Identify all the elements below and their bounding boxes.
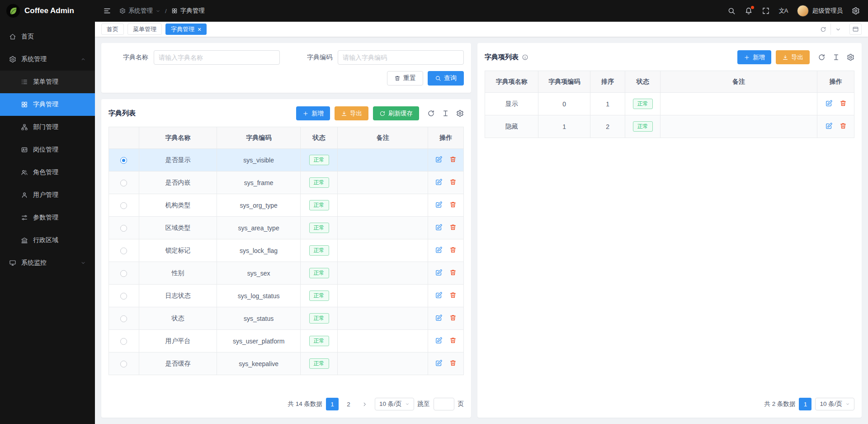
delete-icon[interactable] [449, 269, 457, 276]
row-radio[interactable] [120, 225, 127, 232]
remark-cell [338, 194, 428, 217]
table-row[interactable]: 性别 sys_sex 正常 [109, 262, 464, 285]
sidebar-item-param-mgmt[interactable]: 参数管理 [0, 206, 95, 229]
table-row[interactable]: 区域类型 sys_area_type 正常 [109, 217, 464, 239]
export-item-button[interactable]: 导出 [776, 50, 810, 64]
table-row[interactable]: 是否显示 sys_visible 正常 [109, 149, 464, 172]
add-item-button[interactable]: 新增 [737, 50, 771, 64]
status-badge: 正常 [309, 313, 329, 324]
sidebar-item-region-mgmt[interactable]: 行政区域 [0, 229, 95, 252]
row-radio[interactable] [120, 202, 127, 209]
info-icon[interactable] [522, 54, 528, 61]
breadcrumb-dict[interactable]: 字典管理 [171, 7, 205, 15]
page-size-select[interactable]: 10 条/页 [375, 398, 414, 410]
row-radio[interactable] [120, 315, 127, 322]
page-1-button[interactable]: 1 [326, 398, 339, 410]
row-radio[interactable] [120, 270, 127, 277]
refresh-cache-button[interactable]: 刷新缓存 [373, 106, 419, 120]
edit-icon[interactable] [435, 314, 443, 322]
dict-name-input[interactable] [154, 50, 280, 65]
page-size-select[interactable]: 10 条/页 [815, 398, 854, 410]
page-2-button[interactable]: 2 [342, 398, 355, 410]
table-row[interactable]: 是否内嵌 sys_frame 正常 [109, 172, 464, 194]
row-height-icon[interactable] [832, 53, 840, 61]
delete-icon[interactable] [449, 337, 457, 344]
table-row[interactable]: 状态 sys_status 正常 [109, 307, 464, 330]
tab-label: 菜单管理 [133, 25, 156, 33]
delete-icon[interactable] [449, 201, 457, 208]
delete-icon[interactable] [449, 359, 457, 367]
translate-icon[interactable]: 文A [779, 7, 788, 15]
column-settings-gear-icon[interactable] [847, 53, 854, 61]
sidebar-item-dept-mgmt[interactable]: 部门管理 [0, 116, 95, 138]
remark-cell [338, 285, 428, 307]
user-menu[interactable]: 超级管理员 [797, 5, 843, 17]
delete-icon[interactable] [449, 291, 457, 299]
export-dict-button[interactable]: 导出 [335, 106, 368, 120]
edit-icon[interactable] [435, 156, 443, 163]
delete-icon[interactable] [449, 314, 457, 321]
row-height-icon[interactable] [442, 110, 449, 117]
row-radio[interactable] [120, 248, 127, 254]
notification-bell-icon[interactable] [745, 7, 753, 15]
table-row[interactable]: 是否缓存 sys_keepalive 正常 [109, 353, 464, 375]
edit-icon[interactable] [435, 178, 443, 186]
edit-icon[interactable] [825, 122, 833, 130]
content-fullscreen-icon[interactable] [849, 24, 862, 35]
sidebar-item-post-mgmt[interactable]: 岗位管理 [0, 138, 95, 161]
search-icon[interactable] [727, 7, 736, 15]
sidebar-group-system[interactable]: 系统管理 [0, 48, 95, 71]
row-radio[interactable] [120, 157, 127, 164]
edit-icon[interactable] [435, 246, 443, 254]
edit-icon[interactable] [825, 100, 833, 107]
refresh-table-icon[interactable] [427, 110, 435, 117]
jump-page-input[interactable] [434, 398, 454, 410]
tab-home[interactable]: 首页 [101, 24, 124, 35]
table-row[interactable]: 用户平台 sys_user_platform 正常 [109, 330, 464, 353]
row-radio[interactable] [120, 180, 127, 186]
table-row[interactable]: 日志状态 sys_log_status 正常 [109, 285, 464, 307]
delete-icon[interactable] [840, 100, 847, 107]
settings-gear-icon[interactable] [852, 7, 860, 15]
row-radio[interactable] [120, 361, 127, 367]
breadcrumb-system[interactable]: 系统管理 [119, 7, 160, 15]
row-radio[interactable] [120, 338, 127, 345]
edit-icon[interactable] [435, 337, 443, 344]
edit-icon[interactable] [435, 269, 443, 276]
tab-menu-mgmt[interactable]: 菜单管理 [127, 24, 162, 35]
delete-icon[interactable] [449, 178, 457, 186]
row-radio[interactable] [120, 293, 127, 300]
refresh-tabs-icon[interactable] [816, 24, 830, 35]
column-settings-gear-icon[interactable] [456, 110, 464, 117]
table-row[interactable]: 锁定标记 sys_lock_flag 正常 [109, 239, 464, 262]
reset-button[interactable]: 重置 [387, 71, 423, 86]
add-dict-button[interactable]: 新增 [296, 106, 330, 120]
sidebar-item-menu-mgmt[interactable]: 菜单管理 [0, 71, 95, 93]
sidebar-item-home[interactable]: 首页 [0, 25, 95, 48]
tab-dict-mgmt[interactable]: 字典管理 × [165, 24, 207, 35]
sidebar-item-role-mgmt[interactable]: 角色管理 [0, 161, 95, 184]
page-1-button[interactable]: 1 [799, 398, 811, 410]
table-row[interactable]: 机构类型 sys_org_type 正常 [109, 194, 464, 217]
fullscreen-icon[interactable] [762, 7, 770, 15]
delete-icon[interactable] [449, 246, 457, 253]
next-page-button[interactable] [359, 398, 371, 410]
close-icon[interactable]: × [198, 26, 201, 33]
edit-icon[interactable] [435, 224, 443, 231]
delete-icon[interactable] [449, 224, 457, 231]
edit-icon[interactable] [435, 359, 443, 367]
refresh-table-icon[interactable] [818, 53, 826, 61]
query-button[interactable]: 查询 [428, 71, 464, 86]
edit-icon[interactable] [435, 201, 443, 209]
tab-options-chevron-icon[interactable] [830, 24, 845, 35]
radio-cell [109, 330, 139, 353]
delete-icon[interactable] [840, 122, 847, 129]
sidebar-item-dict-mgmt[interactable]: 字典管理 [0, 93, 95, 116]
sidebar-group-monitor[interactable]: 系统监控 [0, 252, 95, 274]
collapse-menu-icon[interactable] [103, 7, 111, 15]
delete-icon[interactable] [449, 156, 457, 163]
button-label: 新增 [311, 110, 324, 118]
edit-icon[interactable] [435, 291, 443, 299]
dict-code-input[interactable] [338, 50, 464, 65]
sidebar-item-user-mgmt[interactable]: 用户管理 [0, 184, 95, 206]
